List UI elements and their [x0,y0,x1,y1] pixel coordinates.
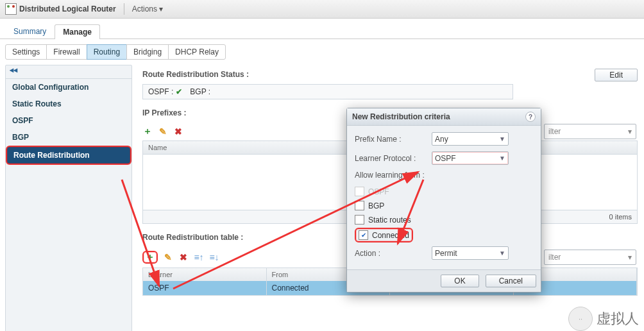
edit-icon[interactable]: ✎ [158,126,168,137]
filter-placeholder: ilter [548,253,561,262]
prefix-name-dropdown[interactable]: Any ▼ [432,132,509,146]
sidebar-item-ospf[interactable]: OSPF [6,112,131,129]
sidebar-item-route-redistribution[interactable]: Route Redistribution [6,146,131,165]
ok-button[interactable]: OK [441,275,479,287]
filter-placeholder: ilter [548,127,561,136]
action-value: Permit [435,249,457,258]
status-heading: Route Redistribution Status : [142,70,638,79]
bgp-status-label: BGP : [190,87,210,96]
checkbox-icon [355,201,364,210]
router-icon [5,3,17,15]
movedown-icon[interactable]: ≡↓ [209,252,219,262]
moveup-icon[interactable]: ≡↑ [194,252,204,262]
chevron-down-icon: ▼ [499,135,505,142]
tab-manage[interactable]: Manage [55,24,100,39]
watermark-icon: ·· [568,307,593,331]
checkbox-label: OSPF [368,187,389,196]
col-learner[interactable]: Learner [143,268,267,281]
sidebar-item-global-config[interactable]: Global Configuration [6,79,131,96]
checkbox-static[interactable]: Static routes [355,214,533,226]
actions-menu[interactable]: Actions ▾ [132,4,164,13]
learner-protocol-value: OSPF [435,154,456,163]
sidebar-collapse[interactable]: ◂◂ [6,65,131,79]
checkbox-connected[interactable]: ✔ Connected [355,228,413,242]
action-dropdown[interactable]: Permit ▼ [432,246,509,260]
prefixes-toolbar: ＋ ✎ ✖ [142,123,183,140]
checkbox-icon: ✔ [359,230,368,240]
chevron-down-icon: ▾ [628,127,632,136]
tab-summary[interactable]: Summary [5,24,55,38]
sidebar-item-bgp[interactable]: BGP [6,129,131,146]
check-icon: ✔ [176,87,182,96]
checkbox-bgp[interactable]: BGP [355,199,533,212]
checkbox-label: BGP [368,201,384,210]
allow-learning-list: OSPF BGP Static routes ✔ Connected [355,185,533,242]
chevron-down-icon: ▼ [499,155,505,162]
help-icon[interactable]: ? [525,112,536,122]
checkbox-ospf[interactable]: OSPF [355,185,533,198]
subtab-routing[interactable]: Routing [87,44,127,60]
watermark: ·· 虚拟人 [568,307,639,331]
chevron-down-icon: ▼ [499,250,505,257]
checkbox-icon [355,187,364,196]
redis-filter[interactable]: ilter ▾ [544,250,636,265]
ospf-status-label: OSPF : [148,87,173,96]
dialog-header[interactable]: New Redistribution criteria ? [347,108,541,126]
action-label: Action : [355,249,432,258]
dialog-title: New Redistribution criteria [352,112,450,121]
learner-protocol-dropdown[interactable]: OSPF ▼ [432,151,509,165]
actions-label: Actions [132,4,157,13]
secondary-tabs: Settings Firewall Routing Bridging DHCP … [0,39,644,65]
checkbox-label: Static routes [368,216,411,225]
page-title: Distributed Logical Router [19,4,116,13]
delete-icon[interactable]: ✖ [178,252,189,262]
watermark-text: 虚拟人 [597,309,639,328]
new-redistribution-dialog: New Redistribution criteria ? Prefix Nam… [346,108,541,293]
edit-icon[interactable]: ✎ [163,252,173,262]
subtab-bridging[interactable]: Bridging [126,44,169,60]
prefix-name-value: Any [435,135,448,144]
status-row: OSPF : ✔ BGP : [142,84,513,99]
breadcrumb-header: Distributed Logical Router Actions ▾ [0,0,644,19]
add-icon[interactable]: ＋ [142,126,153,137]
chevron-down-icon: ▾ [628,253,632,262]
cancel-button[interactable]: Cancel [486,275,536,287]
prefixes-filter[interactable]: ilter ▾ [544,124,636,139]
subtab-dhcp[interactable]: DHCP Relay [168,44,226,60]
subtab-settings[interactable]: Settings [5,44,47,60]
checkbox-label: Connected [372,231,409,240]
redis-toolbar: ＋ ✎ ✖ ≡↑ ≡↓ [142,247,219,267]
checkbox-icon [355,215,364,225]
subtab-firewall[interactable]: Firewall [46,44,87,60]
delete-icon[interactable]: ✖ [173,126,183,137]
prefix-name-label: Prefix Name : [355,135,432,144]
learner-protocol-label: Learner Protocol : [355,154,432,163]
add-icon[interactable]: ＋ [142,251,158,264]
dialog-footer: OK Cancel [347,269,541,292]
sidebar-item-static-routes[interactable]: Static Routes [6,96,131,112]
sidebar: ◂◂ Global Configuration Static Routes OS… [5,65,132,331]
allow-learning-label: Allow learning from : [355,171,432,180]
cell-learner: OSPF [143,281,267,295]
primary-tabs: Summary Manage [0,19,644,39]
chevron-down-icon: ▾ [159,4,163,13]
divider [124,3,124,15]
edit-button[interactable]: Edit [595,69,638,81]
